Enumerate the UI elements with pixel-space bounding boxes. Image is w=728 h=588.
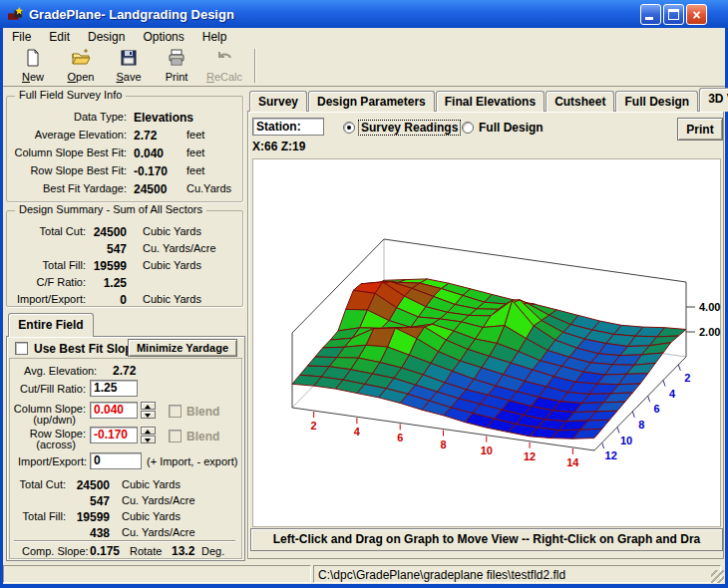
save-floppy-icon: [119, 48, 139, 70]
survey-row-label: Average Elevation:: [9, 129, 127, 141]
spin-down-icon[interactable]: [141, 436, 156, 443]
titlebar[interactable]: GradePlane- Landgrading Design ×: [0, 0, 728, 28]
tab-survey[interactable]: Survey: [249, 91, 307, 112]
avg-elevation-label: Avg. Elevation:: [24, 365, 97, 377]
3d-surface-plot[interactable]: 2468101214246810122.004.00: [253, 159, 722, 526]
import-export-label: Import/Export:: [10, 455, 87, 467]
maximize-icon: [668, 9, 679, 20]
survey-row-unit: feet: [186, 129, 204, 141]
maximize-button[interactable]: [663, 4, 684, 25]
cut-fill-input[interactable]: 1.25: [90, 380, 138, 397]
svg-text:2.00: 2.00: [699, 326, 720, 338]
summary-row-unit: Cu. Yards/Acre: [143, 242, 216, 254]
resize-grip[interactable]: [711, 570, 724, 583]
view-panel: Station: Survey Readings Full Design Pri…: [247, 111, 724, 559]
column-slope-input[interactable]: 0.040: [90, 402, 138, 419]
menu-item-help[interactable]: Help: [193, 29, 236, 45]
tab-entire-field[interactable]: Entire Field: [8, 313, 94, 337]
entire-field-panel: Use Best Fit Slopes Minimize Yardage Avg…: [6, 336, 245, 561]
survey-row-unit: feet: [186, 147, 204, 158]
menu-item-edit[interactable]: Edit: [40, 29, 79, 45]
close-icon: ×: [687, 6, 706, 24]
total-row-value: 19599: [68, 510, 110, 524]
gradeplane-window: GradePlane- Landgrading Design × FileEdi…: [0, 0, 728, 588]
tab-final-elevations[interactable]: Final Elevations: [436, 91, 545, 112]
status-cell-empty: [3, 565, 311, 583]
svg-text:2: 2: [684, 372, 690, 384]
toolbar-separator: [254, 49, 256, 83]
survey-row: Average Elevation:2.72feet: [7, 129, 242, 145]
column-slope-spinner[interactable]: [141, 402, 156, 419]
survey-readings-label[interactable]: Survey Readings: [359, 121, 460, 135]
svg-text:6: 6: [654, 403, 660, 415]
minimize-yardage-button[interactable]: Minimize Yardage: [128, 339, 237, 357]
toolbar-button-new[interactable]: New: [9, 47, 57, 85]
total-row-unit: Cu. Yards/Acre: [122, 494, 195, 506]
total-row-label: Total Cut:: [10, 478, 66, 490]
full-design-radio[interactable]: [462, 122, 474, 134]
import-export-input[interactable]: 0: [90, 452, 142, 469]
spin-up-icon[interactable]: [141, 427, 156, 435]
total-row-unit: Cubic Yards: [122, 510, 181, 522]
spin-down-icon[interactable]: [141, 411, 156, 419]
cut-fill-label: Cut/Fill Ratio:: [10, 383, 86, 395]
total-row-label: Total Fill:: [10, 510, 66, 522]
summary-row-label: Total Cut:: [9, 225, 86, 237]
summary-row-label: C/F Ratio:: [9, 276, 86, 288]
design-summary-rows: Total Cut:24500Cubic Yards547Cu. Yards/A…: [7, 211, 242, 306]
toolbar-button-recalc: ReCalc: [200, 47, 248, 85]
summary-row: Import/Export:0Cubic Yards: [7, 293, 242, 309]
svg-text:6: 6: [397, 432, 403, 443]
rotate-value: 13.2: [172, 544, 194, 558]
survey-readings-radio[interactable]: [343, 122, 355, 134]
total-row: Total Cut:24500Cubic Yards: [10, 478, 241, 494]
menu-item-file[interactable]: File: [3, 29, 40, 45]
menu-bar: FileEditDesignOptionsHelp: [3, 28, 725, 45]
survey-row: Data Type:Elevations: [7, 111, 242, 127]
toolbar-button-print[interactable]: Print: [153, 47, 200, 85]
spin-up-icon[interactable]: [141, 402, 156, 410]
survey-row-unit: feet: [186, 164, 204, 176]
summary-row: Total Fill:19599Cubic Yards: [7, 259, 242, 275]
column-blend-checkbox: [169, 405, 182, 418]
design-summary-group: Design Summary - Sum of All Sectors Tota…: [6, 210, 243, 307]
print-view-button[interactable]: Print: [677, 118, 723, 141]
tab-design-parameters[interactable]: Design Parameters: [308, 91, 435, 112]
close-button[interactable]: ×: [686, 4, 707, 25]
survey-row: Row Slope Best Fit:-0.170feet: [7, 164, 242, 180]
menu-item-design[interactable]: Design: [79, 29, 134, 45]
total-row-value: 438: [68, 526, 110, 540]
svg-text:8: 8: [638, 419, 644, 431]
survey-row-label: Data Type:: [9, 111, 127, 123]
svg-text:14: 14: [566, 456, 579, 468]
full-design-label[interactable]: Full Design: [479, 121, 544, 135]
summary-row-value: 547: [89, 242, 127, 256]
minimize-button[interactable]: [640, 4, 661, 25]
menu-item-options[interactable]: Options: [134, 29, 192, 45]
svg-text:2: 2: [311, 420, 317, 432]
station-field[interactable]: Station:: [252, 118, 324, 136]
column-blend-label: Blend: [186, 405, 219, 419]
use-best-fit-checkbox[interactable]: [15, 342, 28, 355]
toolbar-button-save[interactable]: Save: [105, 47, 153, 85]
row-slope-spinner[interactable]: [141, 427, 156, 443]
survey-row-value: 0.040: [134, 147, 193, 160]
survey-row-value: 2.72: [134, 129, 193, 143]
plot-area: 2468101214246810122.004.00: [252, 158, 721, 527]
row-slope-input[interactable]: -0.170: [90, 427, 138, 443]
survey-info-rows: Data Type:ElevationsAverage Elevation:2.…: [7, 97, 242, 201]
tab-cutsheet[interactable]: Cutsheet: [546, 91, 614, 112]
tab-full-design[interactable]: Full Design: [615, 91, 698, 112]
toolbar-button-open[interactable]: Open: [57, 47, 105, 85]
summary-row-label: Total Fill:: [9, 259, 86, 271]
survey-row: Best Fit Yardage:24500Cu.Yards: [7, 182, 242, 198]
summary-row-unit: Cubic Yards: [143, 225, 201, 237]
status-file-path: C:\dpc\GradePlane\gradeplane files\testf…: [313, 565, 721, 583]
window-border-left: [0, 28, 3, 588]
svg-text:4: 4: [669, 388, 676, 400]
svg-text:10: 10: [620, 435, 632, 446]
summary-row: 547Cu. Yards/Acre: [7, 242, 242, 258]
column-slope-sublabel: (up/dwn): [10, 414, 76, 426]
tab-3d-view[interactable]: 3D View: [699, 88, 728, 112]
total-row-unit: Cu. Yards/Acre: [122, 526, 195, 538]
